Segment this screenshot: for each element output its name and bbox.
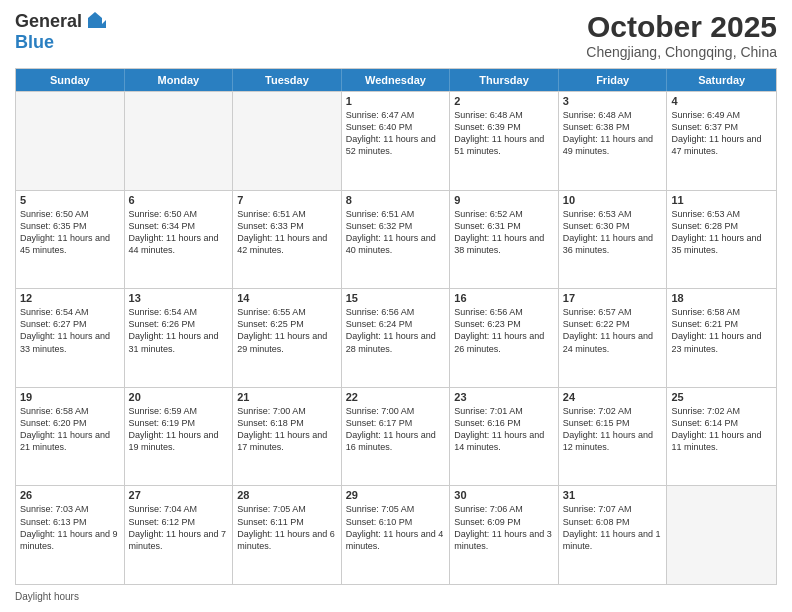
cell-detail: Sunrise: 7:01 AM Sunset: 6:16 PM Dayligh… bbox=[454, 405, 554, 454]
cell-detail: Sunrise: 6:52 AM Sunset: 6:31 PM Dayligh… bbox=[454, 208, 554, 257]
day-number: 27 bbox=[129, 489, 229, 501]
cell-detail: Sunrise: 7:06 AM Sunset: 6:09 PM Dayligh… bbox=[454, 503, 554, 552]
day-number: 24 bbox=[563, 391, 663, 403]
cal-cell-9: 9Sunrise: 6:52 AM Sunset: 6:31 PM Daylig… bbox=[450, 191, 559, 289]
cell-detail: Sunrise: 6:55 AM Sunset: 6:25 PM Dayligh… bbox=[237, 306, 337, 355]
logo-text: General bbox=[15, 10, 106, 32]
cal-header-cell-wednesday: Wednesday bbox=[342, 69, 451, 91]
cal-header-cell-monday: Monday bbox=[125, 69, 234, 91]
cal-cell-2: 2Sunrise: 6:48 AM Sunset: 6:39 PM Daylig… bbox=[450, 92, 559, 190]
month-title: October 2025 bbox=[586, 10, 777, 44]
header: General Blue October 2025 Chengjiang, Ch… bbox=[15, 10, 777, 60]
cal-row-4: 26Sunrise: 7:03 AM Sunset: 6:13 PM Dayli… bbox=[16, 485, 776, 584]
cal-cell-empty-0-2 bbox=[233, 92, 342, 190]
cell-detail: Sunrise: 6:59 AM Sunset: 6:19 PM Dayligh… bbox=[129, 405, 229, 454]
cal-cell-23: 23Sunrise: 7:01 AM Sunset: 6:16 PM Dayli… bbox=[450, 388, 559, 486]
cal-cell-26: 26Sunrise: 7:03 AM Sunset: 6:13 PM Dayli… bbox=[16, 486, 125, 584]
cell-detail: Sunrise: 6:50 AM Sunset: 6:35 PM Dayligh… bbox=[20, 208, 120, 257]
cal-cell-4: 4Sunrise: 6:49 AM Sunset: 6:37 PM Daylig… bbox=[667, 92, 776, 190]
cell-detail: Sunrise: 6:53 AM Sunset: 6:30 PM Dayligh… bbox=[563, 208, 663, 257]
cal-cell-13: 13Sunrise: 6:54 AM Sunset: 6:26 PM Dayli… bbox=[125, 289, 234, 387]
cell-detail: Sunrise: 6:56 AM Sunset: 6:24 PM Dayligh… bbox=[346, 306, 446, 355]
cal-cell-6: 6Sunrise: 6:50 AM Sunset: 6:34 PM Daylig… bbox=[125, 191, 234, 289]
cal-cell-empty-0-0 bbox=[16, 92, 125, 190]
cal-header-cell-tuesday: Tuesday bbox=[233, 69, 342, 91]
logo-icon bbox=[84, 10, 106, 32]
cal-cell-21: 21Sunrise: 7:00 AM Sunset: 6:18 PM Dayli… bbox=[233, 388, 342, 486]
cell-detail: Sunrise: 6:50 AM Sunset: 6:34 PM Dayligh… bbox=[129, 208, 229, 257]
cell-detail: Sunrise: 6:56 AM Sunset: 6:23 PM Dayligh… bbox=[454, 306, 554, 355]
cal-header-cell-saturday: Saturday bbox=[667, 69, 776, 91]
day-number: 19 bbox=[20, 391, 120, 403]
cell-detail: Sunrise: 7:02 AM Sunset: 6:14 PM Dayligh… bbox=[671, 405, 772, 454]
svg-marker-0 bbox=[88, 12, 102, 28]
day-number: 2 bbox=[454, 95, 554, 107]
cal-cell-18: 18Sunrise: 6:58 AM Sunset: 6:21 PM Dayli… bbox=[667, 289, 776, 387]
day-number: 26 bbox=[20, 489, 120, 501]
logo-blue: Blue bbox=[15, 32, 54, 53]
day-number: 15 bbox=[346, 292, 446, 304]
day-number: 13 bbox=[129, 292, 229, 304]
cell-detail: Sunrise: 6:54 AM Sunset: 6:27 PM Dayligh… bbox=[20, 306, 120, 355]
cal-cell-30: 30Sunrise: 7:06 AM Sunset: 6:09 PM Dayli… bbox=[450, 486, 559, 584]
logo-general: General bbox=[15, 11, 82, 32]
cal-row-2: 12Sunrise: 6:54 AM Sunset: 6:27 PM Dayli… bbox=[16, 288, 776, 387]
cell-detail: Sunrise: 6:51 AM Sunset: 6:33 PM Dayligh… bbox=[237, 208, 337, 257]
cell-detail: Sunrise: 7:02 AM Sunset: 6:15 PM Dayligh… bbox=[563, 405, 663, 454]
cal-cell-19: 19Sunrise: 6:58 AM Sunset: 6:20 PM Dayli… bbox=[16, 388, 125, 486]
day-number: 12 bbox=[20, 292, 120, 304]
calendar-body: 1Sunrise: 6:47 AM Sunset: 6:40 PM Daylig… bbox=[16, 91, 776, 584]
day-number: 9 bbox=[454, 194, 554, 206]
day-number: 14 bbox=[237, 292, 337, 304]
cell-detail: Sunrise: 6:48 AM Sunset: 6:38 PM Dayligh… bbox=[563, 109, 663, 158]
cal-row-1: 5Sunrise: 6:50 AM Sunset: 6:35 PM Daylig… bbox=[16, 190, 776, 289]
cell-detail: Sunrise: 7:04 AM Sunset: 6:12 PM Dayligh… bbox=[129, 503, 229, 552]
day-number: 21 bbox=[237, 391, 337, 403]
daylight-hours-label: Daylight hours bbox=[15, 591, 79, 602]
cal-cell-10: 10Sunrise: 6:53 AM Sunset: 6:30 PM Dayli… bbox=[559, 191, 668, 289]
title-area: October 2025 Chengjiang, Chongqing, Chin… bbox=[586, 10, 777, 60]
day-number: 8 bbox=[346, 194, 446, 206]
cal-cell-20: 20Sunrise: 6:59 AM Sunset: 6:19 PM Dayli… bbox=[125, 388, 234, 486]
cell-detail: Sunrise: 6:58 AM Sunset: 6:20 PM Dayligh… bbox=[20, 405, 120, 454]
cal-cell-8: 8Sunrise: 6:51 AM Sunset: 6:32 PM Daylig… bbox=[342, 191, 451, 289]
cal-cell-27: 27Sunrise: 7:04 AM Sunset: 6:12 PM Dayli… bbox=[125, 486, 234, 584]
cal-cell-25: 25Sunrise: 7:02 AM Sunset: 6:14 PM Dayli… bbox=[667, 388, 776, 486]
cal-cell-24: 24Sunrise: 7:02 AM Sunset: 6:15 PM Dayli… bbox=[559, 388, 668, 486]
cal-cell-17: 17Sunrise: 6:57 AM Sunset: 6:22 PM Dayli… bbox=[559, 289, 668, 387]
cell-detail: Sunrise: 7:07 AM Sunset: 6:08 PM Dayligh… bbox=[563, 503, 663, 552]
day-number: 11 bbox=[671, 194, 772, 206]
cal-cell-3: 3Sunrise: 6:48 AM Sunset: 6:38 PM Daylig… bbox=[559, 92, 668, 190]
page: General Blue October 2025 Chengjiang, Ch… bbox=[0, 0, 792, 612]
cell-detail: Sunrise: 6:54 AM Sunset: 6:26 PM Dayligh… bbox=[129, 306, 229, 355]
cell-detail: Sunrise: 6:58 AM Sunset: 6:21 PM Dayligh… bbox=[671, 306, 772, 355]
cal-cell-12: 12Sunrise: 6:54 AM Sunset: 6:27 PM Dayli… bbox=[16, 289, 125, 387]
cal-cell-empty-0-1 bbox=[125, 92, 234, 190]
cal-cell-5: 5Sunrise: 6:50 AM Sunset: 6:35 PM Daylig… bbox=[16, 191, 125, 289]
calendar: SundayMondayTuesdayWednesdayThursdayFrid… bbox=[15, 68, 777, 585]
cal-row-0: 1Sunrise: 6:47 AM Sunset: 6:40 PM Daylig… bbox=[16, 91, 776, 190]
day-number: 20 bbox=[129, 391, 229, 403]
cell-detail: Sunrise: 6:51 AM Sunset: 6:32 PM Dayligh… bbox=[346, 208, 446, 257]
day-number: 22 bbox=[346, 391, 446, 403]
cal-header-cell-thursday: Thursday bbox=[450, 69, 559, 91]
cell-detail: Sunrise: 6:57 AM Sunset: 6:22 PM Dayligh… bbox=[563, 306, 663, 355]
day-number: 16 bbox=[454, 292, 554, 304]
day-number: 25 bbox=[671, 391, 772, 403]
day-number: 7 bbox=[237, 194, 337, 206]
day-number: 17 bbox=[563, 292, 663, 304]
cell-detail: Sunrise: 7:00 AM Sunset: 6:18 PM Dayligh… bbox=[237, 405, 337, 454]
cal-cell-28: 28Sunrise: 7:05 AM Sunset: 6:11 PM Dayli… bbox=[233, 486, 342, 584]
day-number: 5 bbox=[20, 194, 120, 206]
cal-cell-15: 15Sunrise: 6:56 AM Sunset: 6:24 PM Dayli… bbox=[342, 289, 451, 387]
cell-detail: Sunrise: 7:05 AM Sunset: 6:10 PM Dayligh… bbox=[346, 503, 446, 552]
footer: Daylight hours bbox=[15, 591, 777, 602]
cal-header-cell-friday: Friday bbox=[559, 69, 668, 91]
cell-detail: Sunrise: 7:00 AM Sunset: 6:17 PM Dayligh… bbox=[346, 405, 446, 454]
calendar-header: SundayMondayTuesdayWednesdayThursdayFrid… bbox=[16, 69, 776, 91]
day-number: 1 bbox=[346, 95, 446, 107]
cal-header-cell-sunday: Sunday bbox=[16, 69, 125, 91]
day-number: 4 bbox=[671, 95, 772, 107]
cell-detail: Sunrise: 7:03 AM Sunset: 6:13 PM Dayligh… bbox=[20, 503, 120, 552]
cal-cell-31: 31Sunrise: 7:07 AM Sunset: 6:08 PM Dayli… bbox=[559, 486, 668, 584]
